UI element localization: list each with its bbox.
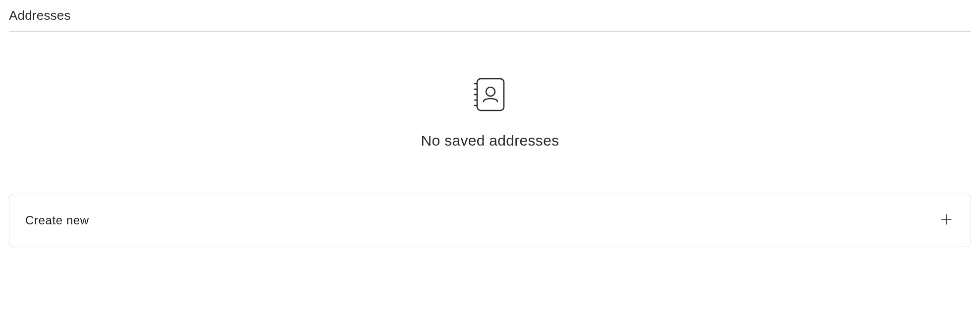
create-new-button[interactable]: Create new xyxy=(9,194,971,247)
create-new-label: Create new xyxy=(25,213,89,227)
plus-icon xyxy=(940,213,953,228)
svg-rect-0 xyxy=(477,79,504,110)
section-title: Addresses xyxy=(9,8,971,31)
empty-state: No saved addresses xyxy=(9,37,971,189)
empty-state-message: No saved addresses xyxy=(421,132,559,149)
address-book-icon xyxy=(472,77,508,114)
section-divider xyxy=(9,31,971,32)
addresses-section: Addresses No saved addresses Create new xyxy=(0,0,980,255)
svg-point-1 xyxy=(486,87,495,96)
